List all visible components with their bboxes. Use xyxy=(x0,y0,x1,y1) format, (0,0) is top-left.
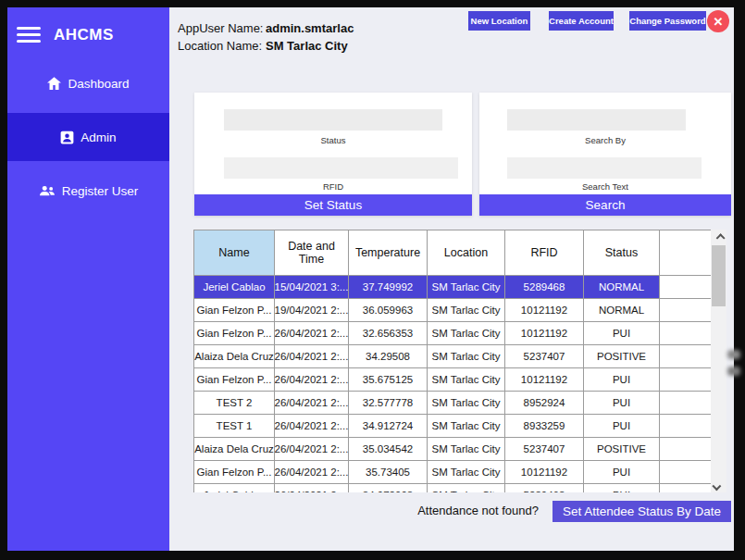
people-icon xyxy=(39,184,56,197)
sidebar-item-register[interactable]: Register User xyxy=(7,174,169,207)
cell-datetime: 26/04/2021 2:... xyxy=(275,392,349,415)
scroll-up-icon[interactable] xyxy=(711,230,726,244)
location-label: Location Name: xyxy=(178,39,262,53)
column-header-temperature[interactable]: Temperature xyxy=(349,230,428,276)
cell-location: SM Tarlac City xyxy=(428,392,505,415)
table-row[interactable]: Gian Felzon P...26/04/2021 2:...35.73405… xyxy=(194,461,711,484)
cell-location: SM Tarlac City xyxy=(428,438,505,461)
sidebar-item-dashboard[interactable]: Dashboard xyxy=(7,67,169,100)
new-location-button[interactable]: New Location xyxy=(468,11,530,31)
column-header-date-and-time[interactable]: Date and Time xyxy=(275,230,349,276)
cell-name: Jeriel Cablao xyxy=(194,484,275,492)
change-password-button[interactable]: Change Password xyxy=(629,11,706,31)
cell-temperature: 35.73405 xyxy=(349,461,428,484)
appuser-label: AppUser Name: xyxy=(178,21,263,35)
cell-datetime: 26/04/2021 2:... xyxy=(275,461,349,484)
set-status-button[interactable]: Set Status xyxy=(194,194,472,216)
cell-name: Gian Felzon P... xyxy=(194,299,275,322)
cell-name: Gian Felzon P... xyxy=(194,461,275,484)
sidebar-item-admin[interactable]: Admin xyxy=(7,113,169,161)
table-row[interactable]: Jeriel Cablao15/04/2021 3:...37.749992SM… xyxy=(194,276,711,299)
column-header-rfid[interactable]: RFID xyxy=(505,230,584,276)
cell-temperature: 35.034542 xyxy=(349,438,428,461)
table-row[interactable]: Alaiza Dela Cruz26/04/2021 2:...35.03454… xyxy=(194,438,711,461)
cell-temperature: 32.577778 xyxy=(349,392,428,415)
column-header-name[interactable]: Name xyxy=(194,230,275,276)
cell-datetime: 26/04/2021 2:... xyxy=(275,438,349,461)
cell-filler xyxy=(660,392,711,415)
cell-filler xyxy=(660,438,711,461)
cell-datetime: 15/04/2021 3:... xyxy=(275,276,349,299)
cell-rfid: 5289468 xyxy=(505,276,584,299)
rfid-input[interactable] xyxy=(224,157,458,179)
column-header-status[interactable]: Status xyxy=(584,230,660,276)
cell-rfid: 5237407 xyxy=(505,438,584,461)
search-by-label: Search By xyxy=(479,135,731,145)
search-text-input[interactable] xyxy=(507,157,702,179)
cell-filler xyxy=(660,276,711,299)
search-text-label: Search Text xyxy=(479,181,731,192)
table-row[interactable]: TEST 126/04/2021 2:...34.912724SM Tarlac… xyxy=(194,415,711,438)
cell-rfid: 5237407 xyxy=(505,345,584,368)
cell-location: SM Tarlac City xyxy=(428,368,505,392)
cell-datetime: 26/04/2021 2:... xyxy=(275,322,349,345)
cell-filler xyxy=(660,345,711,368)
status-dropdown[interactable] xyxy=(224,109,442,131)
scrollbar-thumb[interactable] xyxy=(712,245,726,306)
cell-status: PUI xyxy=(584,461,660,484)
cell-filler xyxy=(660,484,711,492)
sidebar: AHCMS DashboardAdminRegister User xyxy=(7,7,169,551)
cell-rfid: 10121192 xyxy=(505,299,584,322)
cell-name: Gian Felzon P... xyxy=(194,322,275,345)
table-header-row: NameDate and TimeTemperatureLocationRFID… xyxy=(194,230,711,276)
cell-location: SM Tarlac City xyxy=(428,299,505,322)
app-brand: AHCMS xyxy=(54,26,114,44)
create-account-button[interactable]: Create Account xyxy=(549,11,614,31)
cell-filler xyxy=(660,322,711,345)
cell-rfid: 5289468 xyxy=(505,484,584,492)
table-row[interactable]: Gian Felzon P...26/04/2021 2:...32.65635… xyxy=(194,322,711,345)
cell-status: NORMAL xyxy=(584,276,660,299)
cell-rfid: 8933259 xyxy=(505,415,584,438)
cell-name: TEST 1 xyxy=(194,415,275,438)
cell-status: PUI xyxy=(584,392,660,415)
cell-location: SM Tarlac City xyxy=(428,276,505,299)
rfid-input-label: RFID xyxy=(194,181,472,192)
table-row[interactable]: Jeriel Cablao26/04/2021 2:...34.972903SM… xyxy=(194,484,711,492)
search-by-dropdown[interactable] xyxy=(507,109,686,131)
cell-temperature: 34.29508 xyxy=(349,345,428,368)
attendance-table: NameDate and TimeTemperatureLocationRFID… xyxy=(193,230,726,492)
cell-name: Alaiza Dela Cruz xyxy=(194,438,275,461)
column-header-filler xyxy=(660,230,711,276)
cell-status: PUI xyxy=(584,368,660,392)
cell-name: TEST 2 xyxy=(194,392,275,415)
location-value: SM Tarlac City xyxy=(266,39,348,53)
cell-rfid: 8952924 xyxy=(505,392,584,415)
scroll-down-icon[interactable] xyxy=(711,478,726,492)
cell-name: Jeriel Cablao xyxy=(194,276,275,299)
cell-datetime: 26/04/2021 2:... xyxy=(275,484,349,492)
set-attendee-status-by-date-button[interactable]: Set Attendee Status By Date xyxy=(553,501,731,522)
attendance-not-found-label: Attendance not found? xyxy=(322,504,539,517)
cell-location: SM Tarlac City xyxy=(428,461,505,484)
table-body: Jeriel Cablao15/04/2021 3:...37.749992SM… xyxy=(194,276,711,492)
cell-temperature: 37.749992 xyxy=(349,276,428,299)
table-row[interactable]: Gian Felzon P...26/04/2021 2:...35.67512… xyxy=(194,368,711,392)
table-row[interactable]: TEST 226/04/2021 2:...32.577778SM Tarlac… xyxy=(194,392,711,415)
close-icon[interactable]: ✕ xyxy=(707,10,729,32)
search-button[interactable]: Search xyxy=(479,194,731,216)
table-row[interactable]: Gian Felzon P...19/04/2021 2:...36.05996… xyxy=(194,299,711,322)
cell-location: SM Tarlac City xyxy=(428,322,505,345)
cell-status: PUI xyxy=(584,322,660,345)
cell-temperature: 34.972903 xyxy=(349,484,428,492)
column-header-location[interactable]: Location xyxy=(428,230,505,276)
cell-datetime: 26/04/2021 2:... xyxy=(275,415,349,438)
appuser-value: admin.smtarlac xyxy=(266,21,354,35)
vertical-scrollbar[interactable] xyxy=(711,230,726,492)
cell-datetime: 26/04/2021 2:... xyxy=(275,368,349,392)
cell-status: NORMAL xyxy=(584,299,660,322)
hamburger-menu-icon[interactable] xyxy=(17,27,41,44)
cell-status: PUI xyxy=(584,415,660,438)
table-row[interactable]: Alaiza Dela Cruz26/04/2021 2:...34.29508… xyxy=(194,345,711,368)
cell-rfid: 10121192 xyxy=(505,322,584,345)
